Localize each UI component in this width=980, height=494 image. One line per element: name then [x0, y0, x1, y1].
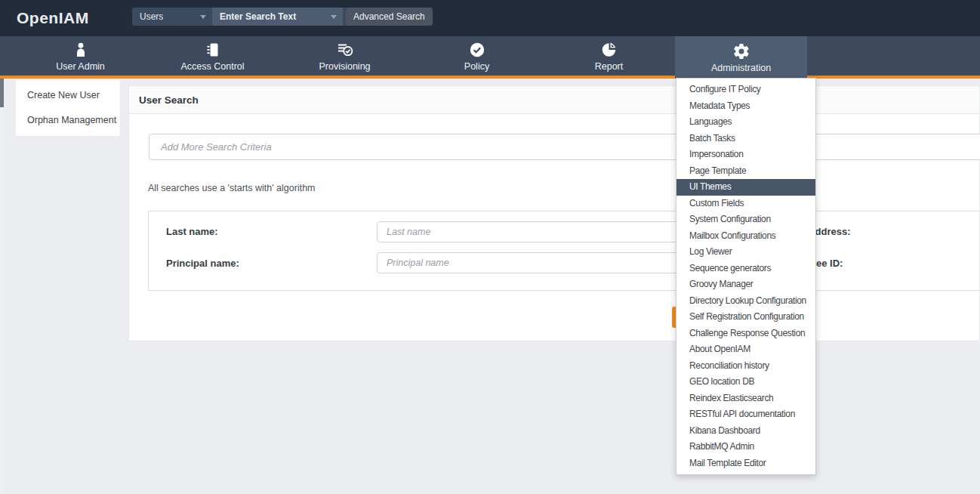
search-note: All searches use a 'starts with' algorit… [148, 183, 316, 193]
access-control-icon [204, 41, 222, 59]
search-entity-select[interactable]: Users [132, 8, 212, 26]
menu-item-kibana-dashboard[interactable]: Kibana Dashboard [676, 423, 815, 440]
global-search-input[interactable]: Enter Search Text [212, 8, 343, 26]
user-icon [72, 41, 90, 59]
search-entity-value: Users [140, 11, 163, 22]
add-search-criteria-input[interactable] [149, 134, 980, 160]
global-search-value: Enter Search Text [220, 11, 296, 22]
tab-label: Report [595, 61, 624, 72]
menu-item-ui-themes[interactable]: UI Themes [676, 179, 815, 196]
app-logo[interactable]: OpenIAM [17, 0, 89, 36]
tab-label: Provisioning [319, 61, 370, 72]
menu-item-system-configuration[interactable]: System Configuration [676, 211, 815, 228]
principal-name-label: Principal name: [166, 252, 239, 274]
administration-dropdown-menu: Configure IT Policy Metadata Types Langu… [676, 78, 816, 475]
menu-item-mail-template-editor[interactable]: Mail Template Editor [676, 455, 815, 472]
tab-label: User Admin [56, 61, 105, 72]
sidebar-item-create-new-user[interactable]: Create New User [16, 83, 120, 108]
tab-label: Policy [464, 61, 489, 72]
menu-item-restful-api-documentation[interactable]: RESTful API documentation [676, 406, 815, 423]
topbar: OpenIAM Users Enter Search Text Advanced… [0, 0, 980, 36]
menu-item-rabbitmq-admin[interactable]: RabbitMQ Admin [676, 439, 815, 455]
menu-item-about-openiam[interactable]: About OpenIAM [676, 341, 815, 358]
report-icon [600, 41, 618, 59]
global-search-group: Users Enter Search Text [132, 8, 365, 26]
panel-header: User Search [129, 86, 979, 114]
provisioning-icon [336, 41, 354, 59]
tab-label: Administration [711, 63, 771, 73]
menu-item-directory-lookup-configuration[interactable]: Directory Lookup Configuration [676, 293, 815, 310]
sidebar: Create New User Orphan Management [15, 79, 121, 137]
menu-item-impersonation[interactable]: Impersonation [676, 147, 815, 163]
menu-item-configure-it-policy[interactable]: Configure IT Policy [676, 82, 815, 98]
gear-icon [732, 42, 750, 60]
policy-icon [468, 41, 486, 59]
chevron-down-icon [200, 15, 206, 19]
vertical-scrollbar[interactable] [0, 79, 4, 494]
last-name-label: Last name: [166, 221, 218, 242]
tab-report[interactable]: Report [543, 36, 675, 76]
tab-access-control[interactable]: Access Control [146, 36, 279, 76]
search-form: Last name: Principal name: Email address… [148, 211, 980, 291]
scrollbar-thumb[interactable] [0, 79, 4, 107]
menu-item-reconciliation-history[interactable]: Reconciliation history [676, 358, 815, 375]
menu-item-groovy-manager[interactable]: Groovy Manager [676, 276, 815, 293]
menu-item-sequence-generators[interactable]: Sequence generators [676, 261, 815, 277]
menu-item-languages[interactable]: Languages [676, 114, 815, 131]
tab-policy[interactable]: Policy [411, 36, 543, 76]
user-search-panel: User Search All searches use a 'starts w… [128, 85, 980, 341]
menu-item-metadata-types[interactable]: Metadata Types [676, 98, 815, 115]
logo-text: OpenIAM [17, 9, 89, 27]
menu-item-challenge-response-question[interactable]: Challenge Response Question [676, 326, 815, 342]
menu-item-reindex-elasticsearch[interactable]: Reindex Elasticsearch [676, 391, 815, 407]
tab-provisioning[interactable]: Provisioning [279, 36, 411, 76]
chevron-down-icon [331, 15, 337, 19]
page-title: User Search [139, 86, 199, 114]
main-nav: User Admin Access Control Provisioning P… [0, 36, 980, 79]
sidebar-item-orphan-management[interactable]: Orphan Management [16, 108, 120, 133]
menu-item-page-template[interactable]: Page Template [676, 163, 815, 180]
menu-item-custom-fields[interactable]: Custom Fields [676, 196, 815, 212]
tab-administration[interactable]: Administration [675, 36, 807, 79]
tab-label: Access Control [180, 61, 244, 72]
menu-item-batch-tasks[interactable]: Batch Tasks [676, 131, 815, 147]
menu-item-log-viewer[interactable]: Log Viewer [676, 244, 815, 261]
menu-item-self-registration-configuration[interactable]: Self Registration Configuration [676, 309, 815, 326]
menu-item-mailbox-configurations[interactable]: Mailbox Configurations [676, 228, 815, 245]
advanced-search-button[interactable]: Advanced Search [346, 8, 433, 26]
tab-user-admin[interactable]: User Admin [14, 36, 146, 76]
menu-item-geo-location-db[interactable]: GEO location DB [676, 374, 815, 391]
